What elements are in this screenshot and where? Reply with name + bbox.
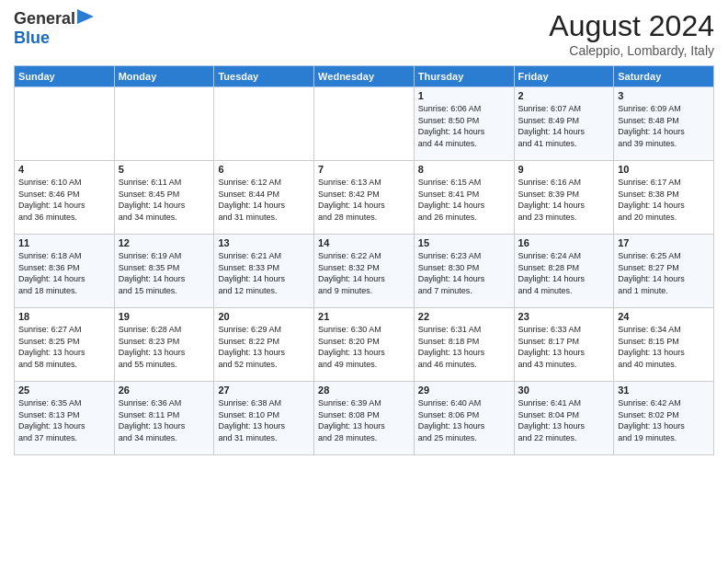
calendar-cell: 22Sunrise: 6:31 AM Sunset: 8:18 PM Dayli… [414, 308, 514, 382]
day-number: 16 [518, 237, 610, 248]
day-number: 4 [18, 164, 110, 175]
day-info: Sunrise: 6:34 AM Sunset: 8:15 PM Dayligh… [618, 324, 710, 370]
calendar-week-row: 4Sunrise: 6:10 AM Sunset: 8:46 PM Daylig… [15, 161, 714, 235]
day-number: 1 [418, 90, 510, 101]
page: General Blue August 2024 Caleppio, Lomba… [0, 0, 728, 563]
day-number: 13 [218, 237, 310, 248]
calendar-cell: 14Sunrise: 6:22 AM Sunset: 8:32 PM Dayli… [314, 235, 415, 308]
day-info: Sunrise: 6:10 AM Sunset: 8:46 PM Dayligh… [18, 177, 110, 223]
day-number: 15 [418, 237, 510, 248]
calendar-cell: 21Sunrise: 6:30 AM Sunset: 8:20 PM Dayli… [314, 308, 415, 382]
day-info: Sunrise: 6:21 AM Sunset: 8:33 PM Dayligh… [218, 250, 310, 296]
calendar-cell: 10Sunrise: 6:17 AM Sunset: 8:38 PM Dayli… [614, 161, 714, 235]
day-info: Sunrise: 6:42 AM Sunset: 8:02 PM Dayligh… [618, 397, 710, 443]
day-info: Sunrise: 6:06 AM Sunset: 8:50 PM Dayligh… [418, 103, 510, 149]
day-info: Sunrise: 6:09 AM Sunset: 8:48 PM Dayligh… [618, 103, 710, 149]
day-info: Sunrise: 6:41 AM Sunset: 8:04 PM Dayligh… [518, 397, 610, 443]
calendar-cell [314, 87, 415, 161]
calendar-cell: 27Sunrise: 6:38 AM Sunset: 8:10 PM Dayli… [214, 382, 314, 455]
day-number: 9 [518, 164, 610, 175]
calendar-week-row: 1Sunrise: 6:06 AM Sunset: 8:50 PM Daylig… [15, 87, 714, 161]
day-number: 3 [618, 90, 710, 101]
day-info: Sunrise: 6:16 AM Sunset: 8:39 PM Dayligh… [518, 177, 610, 223]
calendar-cell: 28Sunrise: 6:39 AM Sunset: 8:08 PM Dayli… [314, 382, 415, 455]
day-info: Sunrise: 6:17 AM Sunset: 8:38 PM Dayligh… [618, 177, 710, 223]
calendar-week-row: 11Sunrise: 6:18 AM Sunset: 8:36 PM Dayli… [15, 235, 714, 308]
logo-general-text: General [14, 10, 75, 29]
day-info: Sunrise: 6:19 AM Sunset: 8:35 PM Dayligh… [119, 250, 210, 296]
day-number: 7 [318, 164, 410, 175]
calendar-cell: 23Sunrise: 6:33 AM Sunset: 8:17 PM Dayli… [514, 308, 614, 382]
day-number: 17 [618, 237, 710, 248]
day-number: 19 [119, 311, 210, 322]
day-number: 24 [618, 311, 710, 322]
day-info: Sunrise: 6:29 AM Sunset: 8:22 PM Dayligh… [218, 324, 310, 370]
weekday-header-row: SundayMondayTuesdayWednesdayThursdayFrid… [15, 66, 714, 87]
day-info: Sunrise: 6:31 AM Sunset: 8:18 PM Dayligh… [418, 324, 510, 370]
day-number: 26 [119, 385, 210, 396]
calendar-cell: 7Sunrise: 6:13 AM Sunset: 8:42 PM Daylig… [314, 161, 415, 235]
day-info: Sunrise: 6:38 AM Sunset: 8:10 PM Dayligh… [218, 397, 310, 443]
day-info: Sunrise: 6:35 AM Sunset: 8:13 PM Dayligh… [18, 397, 110, 443]
logo-blue-text: Blue [14, 29, 50, 47]
calendar-cell: 8Sunrise: 6:15 AM Sunset: 8:41 PM Daylig… [414, 161, 514, 235]
calendar-cell: 3Sunrise: 6:09 AM Sunset: 8:48 PM Daylig… [614, 87, 714, 161]
calendar-cell: 9Sunrise: 6:16 AM Sunset: 8:39 PM Daylig… [514, 161, 614, 235]
weekday-header-wednesday: Wednesday [314, 66, 415, 87]
calendar-cell: 6Sunrise: 6:12 AM Sunset: 8:44 PM Daylig… [214, 161, 314, 235]
day-number: 11 [18, 237, 110, 248]
day-info: Sunrise: 6:12 AM Sunset: 8:44 PM Dayligh… [218, 177, 310, 223]
weekday-header-sunday: Sunday [15, 66, 115, 87]
calendar-cell: 2Sunrise: 6:07 AM Sunset: 8:49 PM Daylig… [514, 87, 614, 161]
header: General Blue August 2024 Caleppio, Lomba… [14, 9, 714, 58]
day-number: 10 [618, 164, 710, 175]
calendar-cell: 24Sunrise: 6:34 AM Sunset: 8:15 PM Dayli… [614, 308, 714, 382]
calendar-cell [214, 87, 314, 161]
day-number: 18 [18, 311, 110, 322]
day-number: 27 [218, 385, 310, 396]
calendar-table: SundayMondayTuesdayWednesdayThursdayFrid… [14, 65, 714, 455]
day-number: 20 [218, 311, 310, 322]
calendar-cell: 16Sunrise: 6:24 AM Sunset: 8:28 PM Dayli… [514, 235, 614, 308]
day-info: Sunrise: 6:15 AM Sunset: 8:41 PM Dayligh… [418, 177, 510, 223]
day-number: 23 [518, 311, 610, 322]
day-info: Sunrise: 6:39 AM Sunset: 8:08 PM Dayligh… [318, 397, 410, 443]
calendar-cell: 19Sunrise: 6:28 AM Sunset: 8:23 PM Dayli… [114, 308, 214, 382]
month-year-title: August 2024 [549, 9, 714, 43]
location-subtitle: Caleppio, Lombardy, Italy [549, 43, 714, 58]
day-info: Sunrise: 6:40 AM Sunset: 8:06 PM Dayligh… [418, 397, 510, 443]
day-number: 22 [418, 311, 510, 322]
calendar-cell: 4Sunrise: 6:10 AM Sunset: 8:46 PM Daylig… [15, 161, 115, 235]
day-number: 8 [418, 164, 510, 175]
weekday-header-friday: Friday [514, 66, 614, 87]
calendar-cell: 29Sunrise: 6:40 AM Sunset: 8:06 PM Dayli… [414, 382, 514, 455]
day-number: 14 [318, 237, 410, 248]
weekday-header-monday: Monday [114, 66, 214, 87]
day-info: Sunrise: 6:33 AM Sunset: 8:17 PM Dayligh… [518, 324, 610, 370]
calendar-cell: 25Sunrise: 6:35 AM Sunset: 8:13 PM Dayli… [15, 382, 115, 455]
day-number: 21 [318, 311, 410, 322]
calendar-cell: 1Sunrise: 6:06 AM Sunset: 8:50 PM Daylig… [414, 87, 514, 161]
day-info: Sunrise: 6:27 AM Sunset: 8:25 PM Dayligh… [18, 324, 110, 370]
title-section: August 2024 Caleppio, Lombardy, Italy [549, 9, 714, 58]
calendar-cell [15, 87, 115, 161]
day-info: Sunrise: 6:30 AM Sunset: 8:20 PM Dayligh… [318, 324, 410, 370]
calendar-cell: 5Sunrise: 6:11 AM Sunset: 8:45 PM Daylig… [114, 161, 214, 235]
day-number: 25 [18, 385, 110, 396]
day-info: Sunrise: 6:18 AM Sunset: 8:36 PM Dayligh… [18, 250, 110, 296]
day-number: 30 [518, 385, 610, 396]
day-number: 31 [618, 385, 710, 396]
calendar-cell: 13Sunrise: 6:21 AM Sunset: 8:33 PM Dayli… [214, 235, 314, 308]
calendar-cell: 11Sunrise: 6:18 AM Sunset: 8:36 PM Dayli… [15, 235, 115, 308]
day-info: Sunrise: 6:25 AM Sunset: 8:27 PM Dayligh… [618, 250, 710, 296]
calendar-cell [114, 87, 214, 161]
logo: General Blue [14, 9, 94, 48]
calendar-cell: 17Sunrise: 6:25 AM Sunset: 8:27 PM Dayli… [614, 235, 714, 308]
calendar-cell: 30Sunrise: 6:41 AM Sunset: 8:04 PM Dayli… [514, 382, 614, 455]
day-info: Sunrise: 6:11 AM Sunset: 8:45 PM Dayligh… [119, 177, 210, 223]
day-info: Sunrise: 6:22 AM Sunset: 8:32 PM Dayligh… [318, 250, 410, 296]
calendar-cell: 20Sunrise: 6:29 AM Sunset: 8:22 PM Dayli… [214, 308, 314, 382]
day-number: 12 [119, 237, 210, 248]
svg-marker-0 [77, 9, 94, 24]
day-info: Sunrise: 6:36 AM Sunset: 8:11 PM Dayligh… [119, 397, 210, 443]
